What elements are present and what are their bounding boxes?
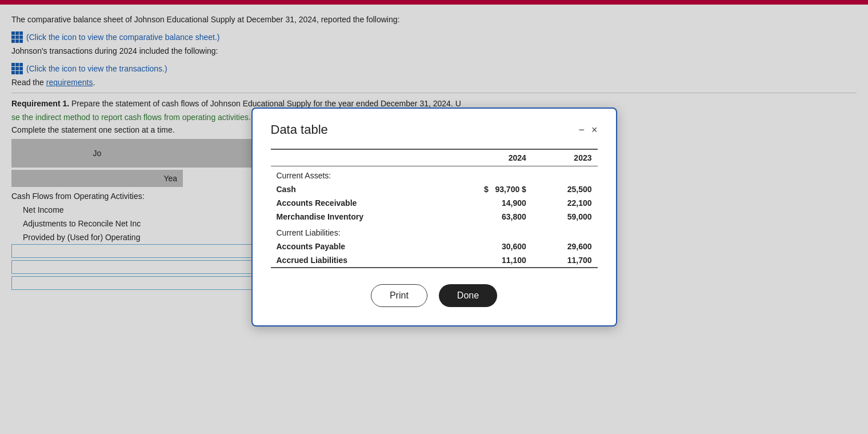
modal-title: Data table	[271, 122, 328, 137]
col-header-label	[271, 149, 434, 166]
row-inventory: Merchandise Inventory 63,800 59,000	[271, 210, 598, 224]
ar-label: Accounts Receivable	[271, 196, 434, 210]
col-header-2024: 2024	[434, 149, 532, 166]
row-ar: Accounts Receivable 14,900 22,100	[271, 196, 598, 210]
inventory-label: Merchandise Inventory	[271, 210, 434, 224]
cash-2023: 25,500	[532, 182, 598, 196]
print-button[interactable]: Print	[371, 284, 427, 307]
table-header-row: 2024 2023	[271, 149, 598, 166]
row-ap: Accounts Payable 30,600 29,600	[271, 240, 598, 253]
data-table: 2024 2023 Current Assets: Cash $ 93,700 …	[271, 149, 598, 268]
accrued-2024: 11,100	[434, 253, 532, 268]
inventory-2023: 59,000	[532, 210, 598, 224]
close-button[interactable]: ×	[591, 125, 598, 135]
section-current-liabilities: Current Liabilities:	[271, 224, 598, 240]
minimize-button[interactable]: −	[578, 125, 585, 135]
ar-2023: 22,100	[532, 196, 598, 210]
cash-2024: $ 93,700 $	[434, 182, 532, 196]
row-accrued: Accrued Liabilities 11,100 11,700	[271, 253, 598, 268]
current-assets-label: Current Assets:	[271, 166, 598, 183]
cash-label: Cash	[271, 182, 434, 196]
inventory-2024: 63,800	[434, 210, 532, 224]
ar-2024: 14,900	[434, 196, 532, 210]
modal-footer: Print Done	[271, 284, 598, 307]
page-container: The comparative balance sheet of Johnson…	[0, 0, 868, 434]
accrued-label: Accrued Liabilities	[271, 253, 434, 268]
col-header-2023: 2023	[532, 149, 598, 166]
ap-2023: 29,600	[532, 240, 598, 253]
done-button[interactable]: Done	[439, 284, 497, 307]
accrued-2023: 11,700	[532, 253, 598, 268]
ap-2024: 30,600	[434, 240, 532, 253]
ap-label: Accounts Payable	[271, 240, 434, 253]
modal-overlay: Data table − × 2024 2023	[0, 0, 868, 434]
section-current-assets: Current Assets:	[271, 166, 598, 183]
modal-controls: − ×	[578, 125, 597, 135]
modal-dialog: Data table − × 2024 2023	[251, 107, 617, 327]
current-liabilities-label: Current Liabilities:	[271, 224, 598, 240]
modal-title-bar: Data table − ×	[271, 122, 598, 137]
row-cash: Cash $ 93,700 $ 25,500	[271, 182, 598, 196]
